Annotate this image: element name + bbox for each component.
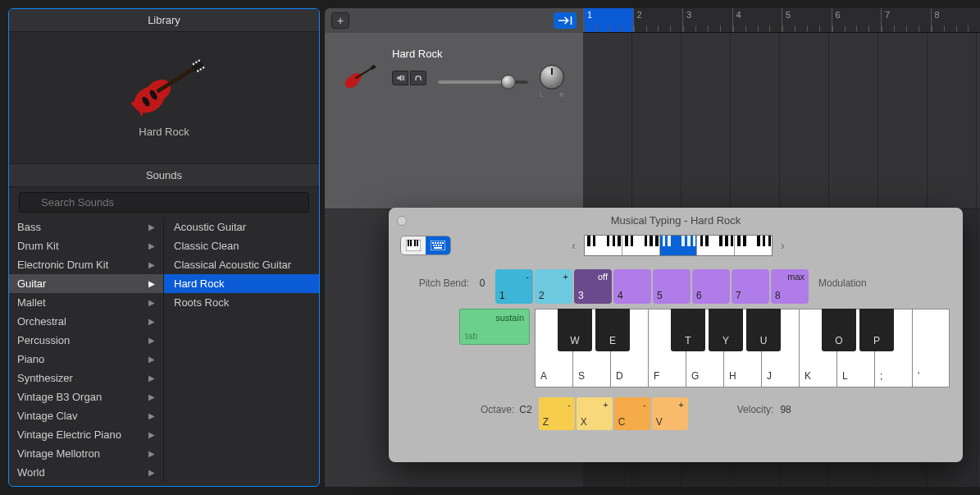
pitchbend-key-6[interactable]: 6 xyxy=(692,269,730,304)
track-name: Hard Rock xyxy=(392,48,572,60)
velocity-label: Velocity: xyxy=(737,397,774,415)
typing-keyboard-view-icon[interactable] xyxy=(426,236,450,254)
octave-label: Octave: xyxy=(481,397,514,415)
category-item[interactable]: Vintage Mellotron▶ xyxy=(9,444,163,463)
octave-key-X[interactable]: +X xyxy=(577,397,613,430)
ruler-bar[interactable]: 2 xyxy=(633,8,683,32)
svg-rect-21 xyxy=(414,240,416,246)
ruler-bar[interactable]: 5 xyxy=(782,8,832,32)
category-item[interactable]: Bass▶ xyxy=(9,218,163,236)
svg-rect-24 xyxy=(432,242,434,244)
svg-rect-28 xyxy=(442,242,444,244)
category-item[interactable]: Vintage Electric Piano▶ xyxy=(9,425,163,444)
ruler-bar[interactable]: 6 xyxy=(832,8,882,32)
library-panel: Library Hard Rock Sounds 🔍 Bass▶Drum Kit… xyxy=(8,8,320,487)
ruler-bar[interactable]: 8 xyxy=(931,8,981,32)
octave-key-Z[interactable]: -Z xyxy=(539,397,575,430)
ruler-bar[interactable]: 7 xyxy=(881,8,931,32)
black-key-P[interactable]: P xyxy=(859,309,894,351)
category-item[interactable]: Vintage Clav▶ xyxy=(9,406,163,425)
pitchbend-key-3[interactable]: off3 xyxy=(574,269,612,304)
preset-item[interactable]: Hard Rock xyxy=(164,274,319,293)
pitchbend-key-8[interactable]: max8 xyxy=(771,269,809,304)
pitchbend-key-2[interactable]: +2 xyxy=(535,269,572,304)
octave-value: C2 xyxy=(519,397,531,415)
ruler-bar[interactable]: 1 xyxy=(583,8,633,32)
svg-rect-31 xyxy=(438,245,440,246)
pitchbend-key-4[interactable]: 4 xyxy=(613,269,651,304)
preset-item[interactable]: Acoustic Guitar xyxy=(164,218,319,236)
white-key-'[interactable]: ' xyxy=(912,309,950,387)
ruler-bar[interactable]: 4 xyxy=(732,8,782,32)
track-row[interactable]: Hard Rock LR xyxy=(325,33,583,209)
svg-rect-30 xyxy=(435,245,437,246)
preset-item[interactable]: Roots Rock xyxy=(164,293,319,312)
svg-rect-27 xyxy=(440,242,441,244)
preset-list[interactable]: Acoustic GuitarClassic CleanClassical Ac… xyxy=(164,218,319,481)
guitar-icon xyxy=(115,58,213,116)
modulation-label: Modulation xyxy=(818,269,867,289)
add-track-button[interactable]: + xyxy=(331,12,349,29)
view-mode-toggle[interactable] xyxy=(400,236,451,255)
black-key-Y[interactable]: Y xyxy=(709,309,743,351)
category-item[interactable]: Piano▶ xyxy=(9,350,163,369)
svg-rect-20 xyxy=(410,240,412,246)
search-input[interactable] xyxy=(19,192,309,213)
library-title: Library xyxy=(9,9,319,32)
octave-key-V[interactable]: +V xyxy=(652,397,688,430)
pitchbend-key-1[interactable]: -1 xyxy=(495,269,533,304)
library-preview-name: Hard Rock xyxy=(139,126,189,138)
track-header-bar: + xyxy=(325,8,583,33)
svg-rect-32 xyxy=(440,245,442,246)
pitchbend-key-5[interactable]: 5 xyxy=(653,269,691,304)
pan-left-label: L xyxy=(540,91,543,99)
svg-rect-33 xyxy=(434,247,442,249)
svg-rect-25 xyxy=(435,242,436,244)
piano-keyboard-view-icon[interactable] xyxy=(401,236,426,254)
pitch-bend-zero: 0 xyxy=(474,269,490,289)
close-button[interactable] xyxy=(397,216,407,226)
preset-item[interactable]: Classic Clean xyxy=(164,236,319,255)
svg-rect-26 xyxy=(437,242,439,244)
track-instrument-icon xyxy=(336,48,381,105)
pan-knob[interactable] xyxy=(540,65,564,89)
category-item[interactable]: Mallet▶ xyxy=(9,293,163,312)
category-list[interactable]: Bass▶Drum Kit▶Electronic Drum Kit▶Guitar… xyxy=(9,218,164,481)
sustain-key-label: tab xyxy=(465,331,524,341)
category-item[interactable]: Vintage B3 Organ▶ xyxy=(9,387,163,406)
category-item[interactable]: Electronic Drum Kit▶ xyxy=(9,255,163,274)
category-item[interactable]: Orchestral▶ xyxy=(9,312,163,331)
pitch-bend-label: Pitch Bend: xyxy=(405,269,469,289)
ruler-bar[interactable]: 3 xyxy=(682,8,732,32)
volume-slider[interactable] xyxy=(438,80,528,84)
library-preview: Hard Rock xyxy=(9,32,319,163)
timeline-ruler[interactable]: 12345678 xyxy=(583,8,980,33)
black-key-E[interactable]: E xyxy=(595,309,630,351)
category-item[interactable]: Percussion▶ xyxy=(9,331,163,350)
black-key-W[interactable]: W xyxy=(558,309,592,351)
sustain-key[interactable]: sustain tab xyxy=(459,309,530,345)
black-key-U[interactable]: U xyxy=(746,309,781,351)
preset-item[interactable]: Classical Acoustic Guitar xyxy=(164,255,319,274)
octave-key-C[interactable]: -C xyxy=(614,397,650,430)
range-right-arrow[interactable]: › xyxy=(777,239,788,252)
black-key-O[interactable]: O xyxy=(822,309,856,351)
category-item[interactable]: Synthesizer▶ xyxy=(9,369,163,387)
black-key-T[interactable]: T xyxy=(671,309,705,351)
catch-playhead-button[interactable] xyxy=(554,12,577,29)
category-item[interactable]: World▶ xyxy=(9,463,163,481)
svg-rect-19 xyxy=(408,240,409,246)
category-item[interactable]: Drum Kit▶ xyxy=(9,236,163,255)
svg-rect-22 xyxy=(417,240,418,246)
mute-button[interactable] xyxy=(392,71,408,85)
solo-headphones-button[interactable] xyxy=(410,71,426,85)
keyboard-range-display[interactable] xyxy=(584,235,773,256)
pan-right-label: R xyxy=(559,91,564,99)
sounds-title: Sounds xyxy=(9,163,319,187)
musical-typing-title: Musical Typing - Hard Rock xyxy=(389,208,963,235)
range-left-arrow[interactable]: ‹ xyxy=(568,239,579,252)
musical-typing-window: Musical Typing - Hard Rock ‹ › Pitch xyxy=(389,208,963,462)
category-item[interactable]: Guitar▶ xyxy=(9,274,163,293)
pitchbend-key-7[interactable]: 7 xyxy=(732,269,769,304)
velocity-value: 98 xyxy=(780,397,791,415)
